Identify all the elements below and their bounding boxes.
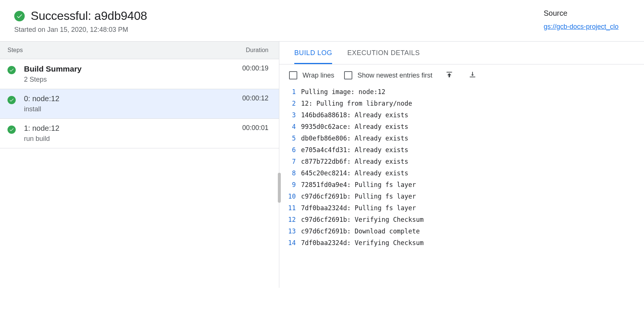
check-icon xyxy=(7,66,16,74)
log-line: 6e705a4c4fd31: Already exists xyxy=(279,144,644,156)
log-lines[interactable]: 1Pulling image: node:12212: Pulling from… xyxy=(279,86,644,249)
log-line: 117df0baa2324d: Pulling fs layer xyxy=(279,202,644,214)
step-row-0[interactable]: 0: node:12 install 00:00:12 xyxy=(0,89,279,119)
log-line-number: 6 xyxy=(279,144,301,156)
download-icon[interactable] xyxy=(468,70,477,80)
log-line: 8645c20ec8214: Already exists xyxy=(279,167,644,179)
scrollbar-thumb[interactable] xyxy=(278,173,281,203)
success-check-icon xyxy=(14,11,25,21)
source-link[interactable]: gs://gcb-docs-project_clo xyxy=(544,23,619,30)
log-line: 49935d0c62ace: Already exists xyxy=(279,121,644,133)
step-0-name: 0: node:12 xyxy=(24,94,60,103)
summary-duration: 00:00:19 xyxy=(242,64,268,72)
log-line: 5db0efb86e806: Already exists xyxy=(279,133,644,144)
log-line-number: 10 xyxy=(279,191,301,202)
step-0-desc: install xyxy=(24,105,60,113)
step-1-name: 1: node:12 xyxy=(24,124,60,133)
build-summary-row[interactable]: Build Summary 2 Steps 00:00:19 xyxy=(0,59,279,89)
log-line-text: e705a4c4fd31: Already exists xyxy=(301,144,408,156)
step-row-1[interactable]: 1: node:12 run build 00:00:01 xyxy=(0,119,279,148)
tab-build-log[interactable]: BUILD LOG xyxy=(294,42,332,64)
step-0-duration: 00:00:12 xyxy=(242,94,268,102)
log-line: 13c97d6cf2691b: Download complete xyxy=(279,226,644,237)
log-line: 12c97d6cf2691b: Verifying Checksum xyxy=(279,214,644,226)
wrap-lines-label: Wrap lines xyxy=(303,72,334,79)
build-title: Successful: a9db9408 xyxy=(31,9,147,23)
log-line: 1Pulling image: node:12 xyxy=(279,86,644,98)
newest-first-label: Show newest entries first xyxy=(358,72,432,79)
tabs: BUILD LOG EXECUTION DETAILS xyxy=(279,42,644,64)
log-line-number: 1 xyxy=(279,86,301,98)
started-on: Started on Jan 15, 2020, 12:48:03 PM xyxy=(14,26,147,34)
source-block: Source gs://gcb-docs-project_clo xyxy=(544,9,630,31)
log-line: 212: Pulling from library/node xyxy=(279,98,644,109)
log-line-text: c877b722db6f: Already exists xyxy=(301,156,408,167)
log-line-text: 9935d0c62ace: Already exists xyxy=(301,121,408,133)
log-line: 972851fd0a9e4: Pulling fs layer xyxy=(279,179,644,191)
col-duration: Duration xyxy=(246,47,268,54)
newest-first-checkbox[interactable] xyxy=(344,71,352,79)
step-1-duration: 00:00:01 xyxy=(242,124,268,132)
title-row: Successful: a9db9408 xyxy=(14,9,147,23)
steps-table-header: Steps Duration xyxy=(0,42,279,59)
log-line-number: 4 xyxy=(279,121,301,133)
steps-panel: Steps Duration Build Summary 2 Steps 00:… xyxy=(0,42,279,288)
log-line-number: 3 xyxy=(279,109,301,121)
log-line-number: 12 xyxy=(279,214,301,226)
log-line-text: 72851fd0a9e4: Pulling fs layer xyxy=(301,179,416,191)
log-line: 3146bd6a88618: Already exists xyxy=(279,109,644,121)
log-line-text: 7df0baa2324d: Pulling fs layer xyxy=(301,202,416,214)
log-line: 10c97d6cf2691b: Pulling fs layer xyxy=(279,191,644,202)
log-line-text: 645c20ec8214: Already exists xyxy=(301,167,408,179)
check-icon xyxy=(7,96,16,104)
log-line-text: 7df0baa2324d: Verifying Checksum xyxy=(301,237,424,249)
log-panel: BUILD LOG EXECUTION DETAILS Wrap lines S… xyxy=(279,42,644,288)
body: Steps Duration Build Summary 2 Steps 00:… xyxy=(0,41,644,288)
log-line-text: c97d6cf2691b: Download complete xyxy=(301,226,420,237)
log-line-number: 7 xyxy=(279,156,301,167)
log-line-number: 11 xyxy=(279,202,301,214)
log-line-text: 12: Pulling from library/node xyxy=(301,98,412,109)
log-toolbar: Wrap lines Show newest entries first xyxy=(279,64,644,86)
log-line-number: 5 xyxy=(279,133,301,144)
log-line-number: 13 xyxy=(279,226,301,237)
step-1-desc: run build xyxy=(24,135,60,143)
log-line-text: 146bd6a88618: Already exists xyxy=(301,109,408,121)
log-line-number: 9 xyxy=(279,179,301,191)
log-line-text: c97d6cf2691b: Verifying Checksum xyxy=(301,214,424,226)
scroll-to-top-icon[interactable] xyxy=(445,70,453,80)
log-line-number: 14 xyxy=(279,237,301,249)
summary-name: Build Summary xyxy=(24,64,82,73)
tab-execution-details[interactable]: EXECUTION DETAILS xyxy=(347,42,420,64)
wrap-lines-checkbox[interactable] xyxy=(289,71,297,79)
log-line-text: c97d6cf2691b: Pulling fs layer xyxy=(301,191,416,202)
newest-first-toggle[interactable]: Show newest entries first xyxy=(344,71,432,79)
log-line: 7c877b722db6f: Already exists xyxy=(279,156,644,167)
build-header: Successful: a9db9408 Started on Jan 15, … xyxy=(0,0,644,41)
check-icon xyxy=(7,126,16,134)
log-line-number: 2 xyxy=(279,98,301,109)
log-line-number: 8 xyxy=(279,167,301,179)
wrap-lines-toggle[interactable]: Wrap lines xyxy=(289,71,334,79)
log-line: 147df0baa2324d: Verifying Checksum xyxy=(279,237,644,249)
summary-desc: 2 Steps xyxy=(24,76,82,84)
log-line-text: db0efb86e806: Already exists xyxy=(301,133,408,144)
header-left: Successful: a9db9408 Started on Jan 15, … xyxy=(14,9,147,34)
source-label: Source xyxy=(544,9,630,18)
log-line-text: Pulling image: node:12 xyxy=(301,86,385,98)
col-steps: Steps xyxy=(7,47,23,54)
